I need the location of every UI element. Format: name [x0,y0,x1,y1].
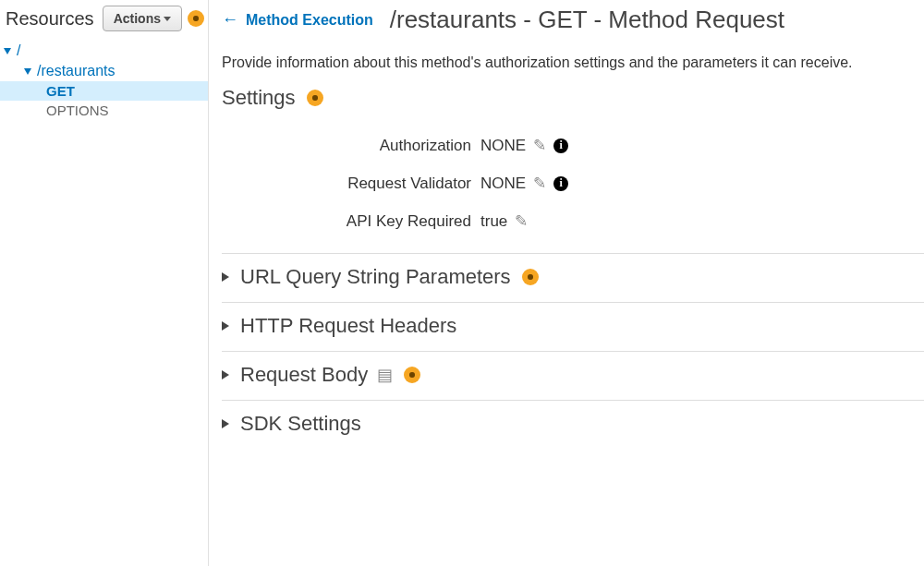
value-request-validator: NONE [480,175,526,193]
label-authorization: Authorization [222,137,480,155]
document-icon: ▤ [377,365,393,385]
warning-badge-icon [522,269,539,285]
warning-badge-icon [404,367,420,383]
actions-button[interactable]: Actions [103,6,182,31]
section-url-query-string-parameters: URL Query String Parameters [222,254,924,303]
chevron-down-icon [24,68,31,75]
tree-restaurants-link[interactable]: /restaurants [37,63,115,79]
section-settings: Settings Authorization NONE ✎ i Request … [222,75,924,254]
warning-badge-icon [188,10,204,27]
page-title: /restaurants - GET - Method Request [390,6,784,34]
section-request-body-title[interactable]: Request Body [240,363,368,387]
section-settings-title: Settings [222,86,296,110]
caret-right-icon[interactable] [222,370,229,379]
tree-root-link[interactable]: / [17,42,20,59]
row-api-key-required: API Key Required true ✎ [222,202,924,240]
caret-right-icon[interactable] [222,321,229,331]
pencil-icon[interactable]: ✎ [515,211,528,231]
tree-method-options[interactable]: OPTIONS [0,101,208,120]
caret-right-icon[interactable] [222,272,229,282]
caret-right-icon[interactable] [222,419,229,428]
info-icon[interactable]: i [553,138,568,153]
tree-method-get-label: GET [46,83,75,99]
actions-button-label: Actions [114,11,161,26]
section-sdk-settings: SDK Settings [222,401,924,449]
label-api-key-required: API Key Required [222,212,480,231]
tree-method-get[interactable]: GET [0,81,208,101]
section-sdk-settings-title[interactable]: SDK Settings [240,412,361,436]
resources-title: Resources [4,8,103,30]
method-execution-link[interactable]: Method Execution [246,12,373,29]
warning-badge-icon [307,90,323,106]
chevron-down-icon [4,48,11,54]
row-authorization: Authorization NONE ✎ i [222,126,924,164]
section-request-body: Request Body ▤ [222,352,924,401]
settings-table: Authorization NONE ✎ i Request Validator… [222,110,924,240]
info-icon[interactable]: i [553,176,568,191]
row-request-validator: Request Validator NONE ✎ i [222,164,924,202]
breadcrumb: ← Method Execution /restaurants - GET - … [222,6,924,43]
tree-node-root[interactable]: / [0,41,208,61]
main-content: ← Method Execution /restaurants - GET - … [208,0,924,566]
section-url-query-title[interactable]: URL Query String Parameters [240,265,511,289]
sidebar-header: Resources Actions [0,6,208,41]
resource-tree: / /restaurants GET OPTIONS [0,41,208,120]
pencil-icon[interactable]: ✎ [533,174,546,193]
tree-method-options-label: OPTIONS [46,102,109,118]
label-request-validator: Request Validator [222,175,480,193]
value-authorization: NONE [480,137,526,155]
sidebar: Resources Actions / /restaurants GET OPT… [0,0,208,566]
section-http-headers-title[interactable]: HTTP Request Headers [240,314,456,338]
value-api-key-required: true [480,212,507,231]
chevron-down-icon [164,17,171,21]
pencil-icon[interactable]: ✎ [533,136,546,155]
back-arrow-icon[interactable]: ← [222,10,238,30]
page-description: Provide information about this method's … [222,43,924,75]
section-http-request-headers: HTTP Request Headers [222,303,924,352]
tree-node-restaurants[interactable]: /restaurants [0,61,208,81]
